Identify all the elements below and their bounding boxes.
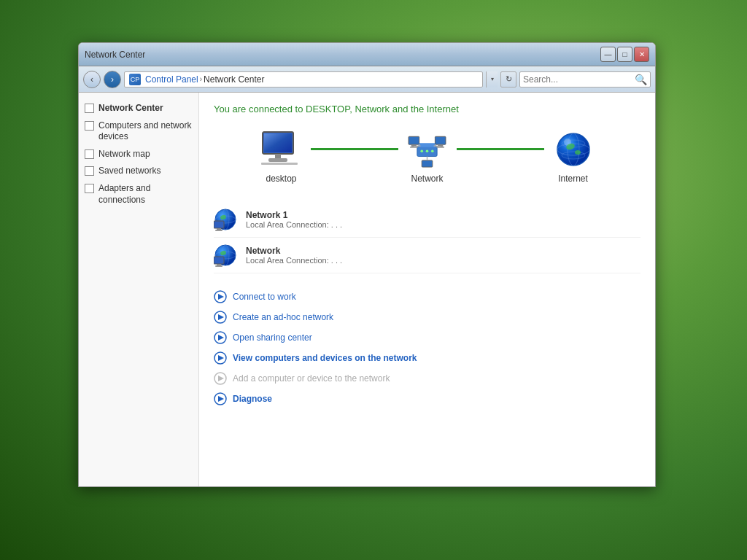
refresh-icon: ↻ [506, 74, 512, 84]
svg-point-8 [420, 149, 423, 152]
sidebar-item-network-map[interactable]: Network map [79, 146, 198, 163]
sidebar-item-computers-network[interactable]: Computers and network devices [79, 117, 198, 146]
title-bar: Network Center — □ ✕ [79, 43, 655, 66]
action-label-sharing: Open sharing center [233, 332, 312, 343]
hub-icon [406, 129, 449, 169]
network-list: Network 1 Local Area Connection: . . . [214, 202, 640, 273]
action-diagnose[interactable]: Diagnose [214, 390, 640, 408]
arrow-svg [214, 351, 227, 365]
breadcrumb-sep-1: › [200, 75, 202, 83]
network-diagram: desktop [214, 129, 640, 184]
action-label-diagnose: Diagnose [233, 394, 272, 404]
breadcrumb-icon-label: CP [131, 76, 140, 83]
net-label-internet: Internet [558, 174, 588, 184]
action-view-computers[interactable]: View computers and devices on the networ… [214, 349, 640, 367]
refresh-button[interactable]: ↻ [500, 71, 516, 88]
list-item[interactable]: Network Local Area Connection: . . . [214, 238, 640, 273]
svg-point-28 [575, 150, 581, 155]
close-button[interactable]: ✕ [634, 47, 649, 62]
action-label-view-computers: View computers and devices on the networ… [233, 353, 417, 363]
sidebar-label-computers: Computers and network devices [98, 120, 193, 143]
network-item-name-1: Network 1 [246, 210, 640, 220]
network-item-detail-1: Local Area Connection: . . . [246, 220, 640, 229]
svg-rect-11 [409, 136, 419, 144]
svg-marker-44 [218, 294, 224, 300]
svg-marker-50 [218, 355, 224, 361]
network-item-icon-2 [214, 244, 237, 267]
svg-rect-33 [214, 221, 224, 228]
network-item-icon-1 [214, 208, 237, 231]
globe-svg [556, 132, 591, 167]
breadcrumb-control-panel[interactable]: Control Panel [145, 74, 198, 85]
arrow-svg [214, 311, 227, 324]
svg-rect-19 [422, 160, 433, 167]
svg-rect-2 [264, 133, 292, 152]
sidebar-label-network-map: Network map [98, 149, 150, 160]
sidebar-label-saved: Saved networks [98, 166, 160, 177]
svg-rect-5 [261, 163, 298, 165]
net-node-network: Network [398, 129, 457, 184]
net-node-desktop: desktop [252, 129, 311, 184]
monitor-svg [261, 131, 301, 168]
network-center-window: Network Center — □ ✕ ‹ › CP Control Pane… [78, 42, 656, 487]
sidebar-checkbox-network-map[interactable] [85, 149, 94, 159]
list-item[interactable]: Network 1 Local Area Connection: . . . [214, 202, 640, 238]
sidebar: Network Center Computers and network dev… [79, 93, 199, 486]
action-open-sharing[interactable]: Open sharing center [214, 329, 640, 346]
network-item-info-1: Network 1 Local Area Connection: . . . [246, 210, 640, 229]
back-button[interactable]: ‹ [83, 71, 101, 88]
svg-line-14 [414, 146, 420, 147]
svg-marker-46 [218, 314, 224, 320]
action-label-add-computer: Add a computer or device to the network [233, 373, 390, 384]
sidebar-item-network-center[interactable]: Network Center [79, 100, 198, 117]
breadcrumb-dropdown[interactable]: ▾ [486, 71, 498, 88]
sidebar-checkbox-computers[interactable] [85, 121, 94, 131]
sidebar-checkbox-saved[interactable] [85, 166, 94, 176]
net-line-2 [457, 148, 544, 150]
internet-icon [551, 129, 595, 169]
sidebar-item-adapters[interactable]: Adapters and connections [79, 180, 198, 209]
network-item-detail-2: Local Area Connection: . . . [246, 256, 640, 265]
sidebar-checkbox-adapters[interactable] [85, 184, 94, 193]
forward-button[interactable]: › [104, 71, 121, 88]
sidebar-label-adapters: Adapters and connections [98, 183, 193, 206]
navigation-bar: ‹ › CP Control Panel › Network Center ▾ … [79, 66, 655, 93]
svg-rect-4 [268, 158, 287, 162]
content-area: Network Center Computers and network dev… [79, 93, 655, 486]
svg-rect-41 [217, 264, 221, 265]
svg-marker-52 [218, 376, 224, 381]
search-input[interactable] [523, 74, 634, 85]
action-list: Connect to work Create an ad-hoc network [214, 288, 640, 408]
search-bar: 🔍 [519, 71, 651, 88]
svg-marker-48 [218, 335, 224, 341]
search-icon[interactable]: 🔍 [634, 73, 647, 86]
svg-marker-54 [218, 396, 224, 402]
action-arrow-icon-inactive [214, 372, 227, 385]
window-title: Network Center [85, 50, 145, 60]
breadcrumb-icon: CP [129, 74, 141, 85]
arrow-svg [214, 290, 227, 303]
hub-svg [407, 131, 447, 168]
status-text: You are connected to DESKTOP, Network an… [214, 104, 640, 114]
breadcrumb-bar: CP Control Panel › Network Center [124, 71, 483, 88]
action-arrow-icon [214, 290, 227, 303]
net-label-desktop: desktop [266, 174, 296, 184]
sidebar-checkbox-network-center[interactable] [85, 104, 94, 113]
svg-point-21 [557, 133, 589, 166]
svg-rect-15 [435, 136, 446, 144]
sidebar-item-saved-networks[interactable]: Saved networks [79, 163, 198, 180]
svg-rect-40 [214, 257, 224, 264]
action-create-adhoc[interactable]: Create an ad-hoc network [214, 308, 640, 326]
maximize-button[interactable]: □ [617, 47, 632, 62]
svg-rect-7 [419, 143, 436, 147]
action-arrow-icon [214, 331, 227, 344]
minimize-button[interactable]: — [600, 47, 616, 62]
svg-rect-3 [275, 154, 281, 158]
network-item-info-2: Network Local Area Connection: . . . [246, 246, 640, 265]
action-connect-work[interactable]: Connect to work [214, 288, 640, 306]
svg-rect-35 [215, 230, 222, 231]
breadcrumb-network-center: Network Center [204, 74, 264, 85]
network-item-name-2: Network [246, 246, 640, 256]
main-content: You are connected to DESKTOP, Network an… [199, 93, 655, 486]
svg-rect-42 [215, 265, 222, 267]
